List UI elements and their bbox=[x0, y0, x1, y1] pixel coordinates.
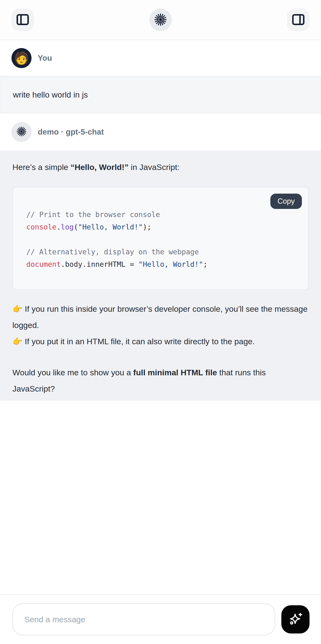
assistant-message: Here’s a simple “Hello, World!” in JavaS… bbox=[0, 150, 321, 401]
assistant-notes-paragraph: 👉 If you run this inside your browser’s … bbox=[12, 301, 309, 350]
note-line: 👉 If you put it in an HTML file, it can … bbox=[12, 333, 309, 350]
message-input[interactable] bbox=[12, 603, 275, 636]
assistant-name-row: demo · gpt-5-chat bbox=[0, 113, 321, 150]
code-content: // Print to the browser consoleconsole.l… bbox=[26, 208, 295, 270]
user-avatar: 🧑 bbox=[11, 48, 31, 68]
send-button[interactable] bbox=[281, 605, 310, 634]
assistant-avatar bbox=[11, 122, 31, 142]
note-line: 👉 If you run this inside your browser’s … bbox=[12, 301, 309, 333]
user-turn: 🧑 You write hello world in js bbox=[0, 40, 321, 113]
sparkle-plus-icon bbox=[288, 611, 303, 628]
composer-bar bbox=[0, 594, 321, 644]
spark-icon bbox=[154, 13, 167, 27]
copy-code-button[interactable]: Copy bbox=[270, 194, 302, 209]
user-message-text: write hello world in js bbox=[13, 90, 88, 100]
app-logo-button[interactable] bbox=[149, 8, 172, 31]
user-name-label: You bbox=[38, 54, 52, 63]
panel-left-icon bbox=[15, 12, 30, 28]
user-name-row: 🧑 You bbox=[0, 40, 321, 76]
toggle-left-sidebar-button[interactable] bbox=[11, 8, 34, 31]
assistant-turn: demo · gpt-5-chat Here’s a simple “Hello… bbox=[0, 113, 321, 401]
person-emoji-icon: 🧑 bbox=[14, 52, 29, 64]
code-block: Copy // Print to the browser consolecons… bbox=[12, 187, 309, 290]
assistant-question-paragraph: Would you like me to show you a full min… bbox=[12, 364, 309, 397]
toggle-right-sidebar-button[interactable] bbox=[287, 8, 310, 31]
assistant-intro-paragraph: Here’s a simple “Hello, World!” in JavaS… bbox=[12, 162, 309, 172]
spark-icon bbox=[16, 126, 27, 138]
assistant-name-label: demo · gpt-5-chat bbox=[38, 128, 104, 136]
panel-right-icon bbox=[291, 12, 306, 28]
top-toolbar bbox=[0, 0, 321, 40]
user-message: write hello world in js bbox=[0, 76, 321, 113]
chat-scroll-area[interactable] bbox=[0, 401, 321, 578]
